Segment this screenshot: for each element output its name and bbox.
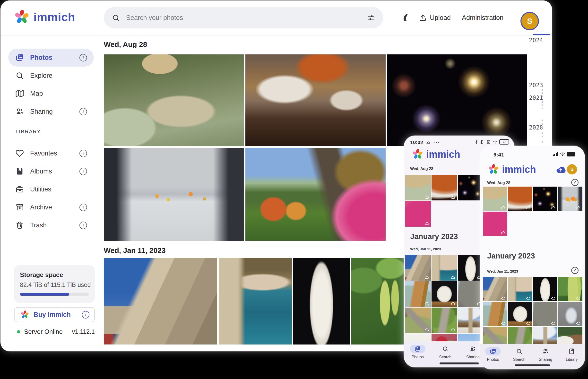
thumb-holding-hands[interactable] [558, 187, 582, 211]
thumb-fortress-walls[interactable] [483, 277, 507, 301]
info-icon[interactable]: i [79, 150, 87, 157]
sidebar-item-favorites[interactable]: Favorites i [8, 144, 94, 162]
thumb-fortress-walls[interactable] [405, 255, 431, 281]
info-icon[interactable]: i [82, 311, 89, 318]
sidebar-item-label: Explore [30, 72, 52, 79]
select-all-check-icon[interactable]: ✓ [571, 267, 578, 274]
administration-link[interactable]: Administration [462, 14, 503, 22]
user-avatar[interactable]: S [521, 12, 539, 30]
cloud-backup-icon [424, 221, 429, 226]
photo-holding-hands[interactable] [104, 148, 244, 241]
month-header: January 2023 [410, 232, 458, 241]
thumb-coastal-town[interactable] [508, 277, 532, 301]
sidebar-item-explore[interactable]: Explore [8, 66, 94, 85]
thumb-silver-ornament[interactable] [558, 302, 582, 326]
photo-row [405, 201, 431, 227]
info-icon[interactable]: i [79, 108, 87, 115]
info-icon[interactable]: i [79, 204, 87, 211]
select-all-check-icon[interactable]: ✓ [571, 179, 578, 186]
date-group-header: Wed, Aug 28 [104, 40, 147, 48]
phone-app-logo: immich [412, 149, 460, 160]
sidebar-item-albums[interactable]: Albums i [8, 162, 94, 180]
thumb-zoo-monkeys[interactable] [483, 187, 507, 211]
server-status-label: Server Online [24, 328, 63, 335]
thumb-lizard-moss[interactable] [431, 308, 457, 333]
photo-autumn-path[interactable] [245, 148, 386, 241]
info-icon[interactable]: i [79, 54, 87, 62]
thumb-marble-sculpture[interactable] [431, 281, 457, 307]
photo-row [483, 302, 582, 326]
sidebar-item-trash[interactable]: Trash i [8, 216, 94, 234]
timeline-tick [541, 92, 543, 94]
photo-holiday-table[interactable] [245, 54, 386, 146]
timeline-year[interactable]: 2020 [523, 124, 549, 131]
cellular-signal-icon [553, 152, 558, 156]
nav-tab-photos[interactable]: Photos [480, 344, 506, 369]
dark-mode-toggle-icon[interactable] [403, 14, 409, 22]
thumb-zoo-monkeys[interactable] [405, 175, 431, 200]
upload-button[interactable]: Upload [419, 14, 451, 22]
thumb-marble-sculpture[interactable] [508, 302, 532, 326]
phone-app-logo: immich [488, 164, 536, 175]
album-book-icon [16, 167, 24, 175]
status-triangle-icon [426, 140, 430, 144]
heart-icon [16, 149, 24, 158]
thumb-autumn-path[interactable] [405, 201, 431, 227]
thumb-lizard-leaves[interactable] [405, 308, 431, 333]
thumb-snowy-church[interactable] [458, 308, 483, 333]
timeline-tick [541, 95, 543, 97]
sidebar-item-archive[interactable]: Archive i [8, 198, 94, 216]
timeline-year[interactable]: 2024 [523, 37, 549, 44]
app-logo[interactable]: immich [14, 9, 75, 25]
timeline-position-indicator [533, 34, 550, 35]
wifi-icon [493, 140, 497, 144]
sidebar-item-utilities[interactable]: Utilities [8, 180, 94, 198]
thumb-fireworks[interactable] [458, 175, 483, 200]
photo-fortress-walls[interactable] [104, 258, 217, 345]
phone-status-bar-right: 97 [474, 139, 509, 144]
info-icon[interactable]: i [79, 221, 87, 229]
thumb-holiday-table[interactable] [431, 175, 457, 200]
sidebar-item-photos[interactable]: Photos i [8, 48, 94, 66]
thumb-beach-cliff[interactable] [405, 281, 431, 307]
thumb-marble-bust[interactable] [533, 277, 557, 301]
cloud-upload-icon [556, 165, 566, 175]
search-bar[interactable]: Search your photos [104, 7, 383, 29]
sidebar-item-sharing[interactable]: Sharing i [8, 103, 94, 121]
thumb-castle-ruin[interactable] [533, 302, 557, 326]
buy-immich-button[interactable]: Buy Immich i [14, 307, 95, 322]
cloud-backup-icon [576, 296, 581, 300]
nav-tab-photos[interactable]: Photos [404, 341, 431, 367]
thumb-sea-grapes[interactable] [558, 277, 582, 301]
home-indicator[interactable] [515, 364, 550, 366]
search-filters-icon[interactable] [367, 14, 375, 22]
photo-coastal-town[interactable] [219, 258, 292, 345]
sidebar-item-map[interactable]: Map [8, 85, 94, 103]
thumb-castle-ruin[interactable] [458, 281, 483, 307]
date-group-header: Wed, Jan 11, 2023 [104, 246, 166, 255]
photo-row [104, 258, 408, 345]
home-indicator[interactable] [440, 363, 479, 364]
thumb-marble-bust[interactable] [458, 255, 483, 281]
backup-cloud-button[interactable] [556, 165, 566, 175]
timeline-year[interactable]: 2021 [523, 95, 549, 101]
thumb-coastal-town[interactable] [431, 255, 457, 281]
timeline-tick [541, 120, 543, 121]
cloud-backup-icon [501, 231, 506, 235]
sim-missing-icon [487, 140, 491, 144]
info-icon[interactable]: i [79, 168, 87, 175]
thumb-holiday-table[interactable] [508, 187, 532, 211]
thumb-beach-cliff[interactable] [483, 302, 507, 326]
sidebar-item-label: Archive [30, 204, 52, 211]
thumb-fireworks[interactable] [533, 187, 557, 211]
photo-sea-grapes[interactable] [351, 258, 408, 345]
thumb-autumn-path[interactable] [483, 212, 507, 236]
status-time: 9:41 [493, 152, 504, 158]
photo-fireworks[interactable] [387, 54, 527, 146]
user-avatar[interactable]: S [567, 164, 577, 174]
explore-search-icon [16, 71, 24, 80]
nav-tab-library[interactable]: Library [559, 344, 585, 369]
photo-marble-bust[interactable] [293, 258, 350, 345]
photo-zoo-monkeys[interactable] [104, 54, 244, 146]
timeline-year[interactable]: 2023 [523, 82, 549, 89]
